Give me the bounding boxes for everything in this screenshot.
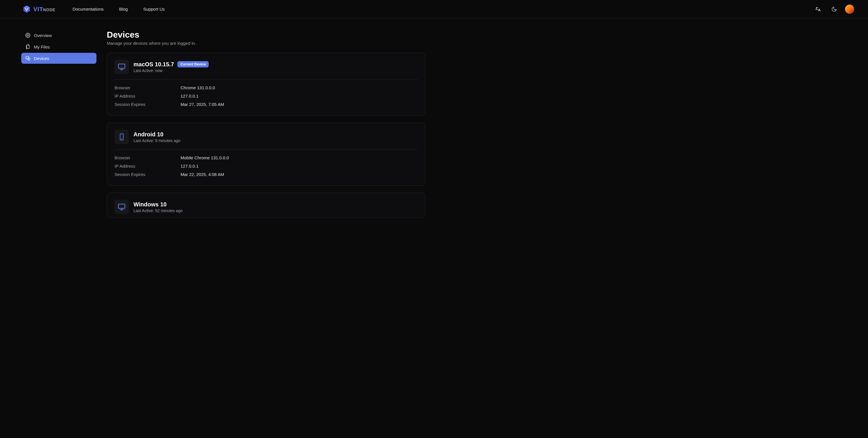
monitor-icon xyxy=(117,63,126,71)
detail-row-browser: Browser Mobile Chrome 131.0.0.0 xyxy=(115,154,417,162)
device-icon-box xyxy=(115,130,129,144)
content: Devices Manage your devices where you ar… xyxy=(107,30,425,225)
device-name: Android 10 xyxy=(133,131,163,138)
device-title-row: macOS 10.15.7 Current Device xyxy=(133,61,209,68)
sidebar-label-my-files: My Files xyxy=(34,44,50,50)
monitor-phone-icon xyxy=(25,56,30,61)
detail-label: Session Expires xyxy=(115,102,181,107)
sidebar-label-overview: Overview xyxy=(34,33,52,38)
svg-rect-3 xyxy=(119,64,125,68)
detail-row-browser: Browser Chrome 131.0.0.0 xyxy=(115,84,417,92)
device-last-active: Last Active: 52 minutes ago xyxy=(133,208,183,213)
detail-label: IP Address xyxy=(115,94,181,98)
nav-support-us[interactable]: Support Us xyxy=(143,7,165,11)
detail-row-session: Session Expires Mar 27, 2025, 7:05 AM xyxy=(115,100,417,108)
current-device-badge: Current Device xyxy=(177,61,209,67)
svg-point-5 xyxy=(121,138,122,139)
moon-icon xyxy=(831,6,837,12)
files-icon xyxy=(25,44,30,50)
device-card-header: Android 10 Last Active: 9 minutes ago xyxy=(115,130,417,149)
sidebar-item-overview[interactable]: Overview xyxy=(21,30,96,41)
language-button[interactable] xyxy=(813,4,823,14)
logo-node: NODE xyxy=(43,7,55,12)
detail-value: 127.0.0.1 xyxy=(181,164,198,168)
logo-hexagon-icon xyxy=(22,5,31,13)
device-title-row: Android 10 xyxy=(133,131,180,138)
detail-value: Mobile Chrome 131.0.0.0 xyxy=(181,155,229,160)
device-details: Browser Chrome 131.0.0.0 IP Address 127.… xyxy=(115,80,417,108)
topbar-left: VIT NODE Documentations Blog Support Us xyxy=(22,5,165,13)
svg-rect-6 xyxy=(119,204,125,208)
topbar-right xyxy=(813,4,854,14)
detail-value: Mar 27, 2025, 7:05 AM xyxy=(181,102,224,107)
device-name: Windows 10 xyxy=(133,201,166,208)
page-subtitle: Manage your devices where you are logged… xyxy=(107,41,425,45)
logo-text: VIT NODE xyxy=(33,6,55,12)
device-last-active: Last Active: 9 minutes ago xyxy=(133,138,180,143)
svg-point-0 xyxy=(27,35,29,36)
smartphone-icon xyxy=(118,133,125,141)
detail-row-ip: IP Address 127.0.0.1 xyxy=(115,162,417,170)
device-last-active: Last Active: now xyxy=(133,68,209,73)
detail-row-ip: IP Address 127.0.0.1 xyxy=(115,92,417,100)
device-card: macOS 10.15.7 Current Device Last Active… xyxy=(107,53,425,116)
device-name: macOS 10.15.7 xyxy=(133,61,174,68)
device-icon-box xyxy=(115,60,129,74)
main: Overview My Files Devices Devices Manage… xyxy=(0,19,868,225)
device-icon-box xyxy=(115,200,129,214)
device-card-header: macOS 10.15.7 Current Device Last Active… xyxy=(115,60,417,79)
svg-rect-2 xyxy=(28,58,30,60)
avatar[interactable] xyxy=(845,5,854,14)
device-title-block: macOS 10.15.7 Current Device Last Active… xyxy=(133,61,209,73)
nav-links: Documentations Blog Support Us xyxy=(73,7,165,11)
device-card: Windows 10 Last Active: 52 minutes ago xyxy=(107,193,425,218)
gear-icon xyxy=(25,33,30,38)
detail-label: Session Expires xyxy=(115,172,181,177)
sidebar-label-devices: Devices xyxy=(34,56,49,61)
monitor-icon xyxy=(117,202,126,211)
sidebar-item-my-files[interactable]: My Files xyxy=(21,41,96,52)
detail-label: Browser xyxy=(115,85,181,90)
device-title-block: Windows 10 Last Active: 52 minutes ago xyxy=(133,201,183,213)
nav-documentations[interactable]: Documentations xyxy=(73,7,104,11)
detail-value: Mar 22, 2025, 4:08 AM xyxy=(181,172,224,177)
theme-toggle-button[interactable] xyxy=(829,4,839,14)
topbar: VIT NODE Documentations Blog Support Us xyxy=(0,0,868,19)
detail-row-session: Session Expires Mar 22, 2025, 4:08 AM xyxy=(115,170,417,179)
sidebar-item-devices[interactable]: Devices xyxy=(21,53,96,64)
detail-value: 127.0.0.1 xyxy=(181,94,198,98)
device-details: Browser Mobile Chrome 131.0.0.0 IP Addre… xyxy=(115,150,417,179)
logo-vit: VIT xyxy=(33,6,43,12)
device-title-row: Windows 10 xyxy=(133,201,183,208)
device-title-block: Android 10 Last Active: 9 minutes ago xyxy=(133,131,180,143)
page-title: Devices xyxy=(107,30,425,40)
nav-blog[interactable]: Blog xyxy=(119,7,128,11)
logo[interactable]: VIT NODE xyxy=(22,5,55,13)
translate-icon xyxy=(815,6,821,12)
detail-value: Chrome 131.0.0.0 xyxy=(181,85,215,90)
device-card-header: Windows 10 Last Active: 52 minutes ago xyxy=(115,200,417,216)
device-card: Android 10 Last Active: 9 minutes ago Br… xyxy=(107,123,425,186)
detail-label: Browser xyxy=(115,155,181,160)
detail-label: IP Address xyxy=(115,164,181,168)
sidebar: Overview My Files Devices xyxy=(21,30,96,225)
